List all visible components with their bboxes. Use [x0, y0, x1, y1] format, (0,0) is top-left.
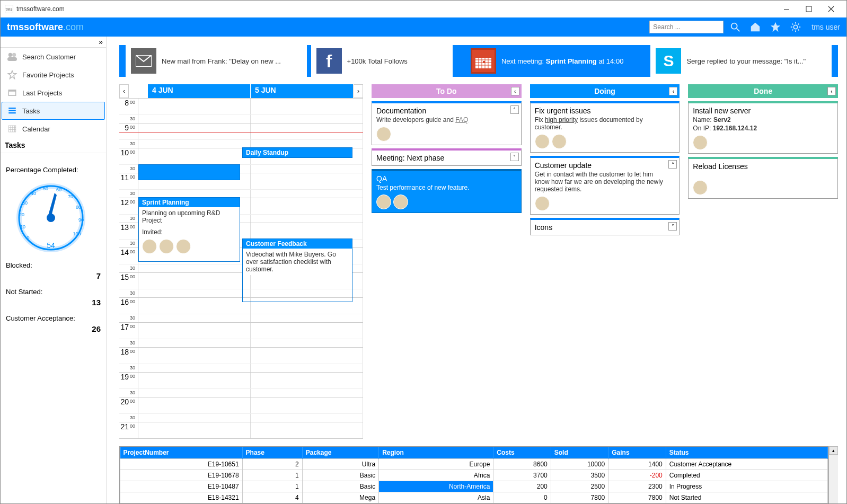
chevron-left-icon[interactable]: ‹	[511, 87, 519, 95]
grid-cell[interactable]: 3700	[493, 470, 551, 481]
grid-cell[interactable]: 1400	[608, 459, 666, 470]
kanban-card[interactable]: ˅ Meeting: Next phase	[372, 148, 522, 166]
calendar-next-button[interactable]: ›	[354, 84, 363, 98]
notif-mail[interactable]: New mail from Frank: "Delay on new ...	[126, 45, 307, 77]
grid-cell[interactable]: 3500	[551, 470, 608, 481]
grid-cell[interactable]: E18-14321	[120, 492, 243, 503]
kanban-card[interactable]: Install new server Name: Serv2 On IP: 19…	[688, 101, 838, 154]
grid-cell[interactable]: 1	[242, 470, 302, 481]
grid-cell[interactable]: 0	[493, 492, 551, 503]
chevron-left-icon[interactable]: ‹	[827, 87, 836, 95]
grid-cell[interactable]: Customer Acceptance	[666, 459, 827, 470]
svg-rect-10	[8, 110, 16, 111]
svg-rect-9	[8, 108, 16, 109]
calendar-day-header[interactable]: 4 JUN	[148, 84, 251, 98]
calendar-body[interactable]: 8003090030100030110030120030130030140030…	[119, 98, 363, 439]
table-row[interactable]: E18-143214MegaAsia078007800Not Started	[120, 492, 828, 503]
window-titlebar: tms tmssoftware.com	[1, 1, 846, 17]
sidebar-item-tasks[interactable]: Tasks	[2, 102, 105, 120]
kanban-card[interactable]: ˅ Icons	[530, 218, 680, 235]
grid-scrollbar[interactable]: ▴ ▾	[828, 446, 838, 504]
notif-skype[interactable]: S Serge replied to your message: "Is it.…	[650, 45, 832, 77]
kanban-card[interactable]: ˄ Customer update Get in contact with th…	[530, 156, 680, 215]
search-input[interactable]	[649, 21, 724, 33]
grid-cell[interactable]: 2500	[551, 481, 608, 492]
chevron-up-icon[interactable]: ˄	[510, 105, 519, 114]
kanban-card[interactable]: Fix urgent issues Fix high priority issu…	[530, 101, 680, 153]
stat-custacc-value: 26	[6, 324, 101, 333]
grid-cell[interactable]: In Progress	[666, 481, 827, 492]
sidebar-collapse-button[interactable]: »	[1, 37, 106, 48]
sidebar-item-favorite-projects[interactable]: Favorite Projects	[2, 66, 105, 84]
chevron-down-icon[interactable]: ˅	[510, 153, 519, 161]
grid-cell[interactable]: 7800	[608, 492, 666, 503]
notif-facebook[interactable]: f +100k Total Follows	[311, 45, 453, 77]
chevron-down-icon[interactable]: ˅	[668, 222, 677, 231]
calendar-prev-button[interactable]: ‹	[119, 84, 129, 98]
grid-cell[interactable]: 7800	[551, 492, 608, 503]
grid-cell[interactable]: Asia	[379, 492, 493, 503]
search-icon[interactable]	[727, 19, 744, 36]
grid-header-cell[interactable]: Status	[666, 447, 827, 459]
home-icon[interactable]	[747, 19, 764, 36]
grid-cell[interactable]: -200	[608, 470, 666, 481]
calendar-event-standup[interactable]: Daily Standup	[242, 147, 352, 158]
notifications-bar: New mail from Frank: "Delay on new ... f…	[119, 45, 838, 77]
chevron-up-icon[interactable]: ˄	[668, 160, 677, 169]
grid-header-cell[interactable]: Phase	[242, 447, 302, 459]
kanban-card[interactable]: Reload Licenses	[688, 157, 838, 199]
scroll-up-icon[interactable]: ▴	[829, 446, 838, 455]
grid-header-cell[interactable]: Package	[302, 447, 378, 459]
grid-cell[interactable]: 2	[242, 459, 302, 470]
grid-cell[interactable]: North-America	[379, 481, 493, 492]
table-row[interactable]: E19-106781BasicAfrica37003500-200Complet…	[120, 470, 828, 481]
grid-header-cell[interactable]: Costs	[493, 447, 551, 459]
skype-icon: S	[656, 48, 681, 74]
calendar-event-block[interactable]	[138, 164, 240, 180]
kanban-card[interactable]: ˄ Documentation Write developers guide a…	[372, 101, 522, 145]
grid-cell[interactable]: 1	[242, 481, 302, 492]
kanban-header-done: Done‹	[688, 84, 838, 98]
chevron-left-icon[interactable]: ‹	[669, 87, 677, 95]
calendar-event-feedback[interactable]: Customer Feedback Videochat with Mike Bu…	[242, 238, 352, 302]
grid-cell[interactable]: 8600	[493, 459, 551, 470]
window-maximize-button[interactable]	[798, 2, 820, 16]
table-row[interactable]: E19-106512UltraEurope8600100001400Custom…	[120, 459, 828, 470]
table-row[interactable]: E19-104871BasicNorth-America20025002300I…	[120, 481, 828, 492]
window-minimize-button[interactable]	[775, 2, 798, 16]
grid-cell[interactable]: 200	[493, 481, 551, 492]
grid-header-cell[interactable]: Gains	[608, 447, 666, 459]
sidebar-item-last-projects[interactable]: Last Projects	[2, 84, 105, 102]
grid-cell[interactable]: Ultra	[302, 459, 378, 470]
grid-header-cell[interactable]: Sold	[551, 447, 608, 459]
sidebar-item-calendar[interactable]: Calendar	[2, 120, 105, 138]
grid-cell[interactable]: E19-10487	[120, 481, 243, 492]
kanban-card-selected[interactable]: QA Test performance of new feature.	[372, 169, 522, 213]
users-icon	[6, 51, 18, 62]
grid-cell[interactable]: Completed	[666, 470, 827, 481]
grid-cell[interactable]: 10000	[551, 459, 608, 470]
grid-cell[interactable]: 2300	[608, 481, 666, 492]
grid-header-cell[interactable]: Region	[379, 447, 493, 459]
grid-cell[interactable]: Basic	[302, 470, 378, 481]
grid-header-cell[interactable]: ProjectNumber	[120, 447, 243, 459]
grid-cell[interactable]: Africa	[379, 470, 493, 481]
avatar	[393, 194, 408, 209]
grid-cell[interactable]: 4	[242, 492, 302, 503]
grid-cell[interactable]: Basic	[302, 481, 378, 492]
gear-icon[interactable]	[787, 19, 804, 36]
grid-cell[interactable]: E19-10678	[120, 470, 243, 481]
user-label[interactable]: tms user	[811, 23, 840, 31]
notif-meeting[interactable]: Next meeting: Sprint Planning at 14:00	[465, 45, 647, 77]
sidebar-item-search-customer[interactable]: Search Customer	[2, 48, 105, 66]
grid-cell[interactable]: Mega	[302, 492, 378, 503]
window-close-button[interactable]	[820, 2, 842, 16]
calendar-day-header[interactable]: 5 JUN	[251, 84, 354, 98]
avatar	[535, 196, 550, 211]
star-icon[interactable]	[767, 19, 784, 36]
calendar-event-sprint[interactable]: Sprint Planning Planning on upcoming R&D…	[138, 197, 240, 262]
grid-cell[interactable]: Europe	[379, 459, 493, 470]
grid-cell[interactable]: E19-10651	[120, 459, 243, 470]
svg-rect-31	[475, 55, 491, 58]
grid-cell[interactable]: Not Started	[666, 492, 827, 503]
